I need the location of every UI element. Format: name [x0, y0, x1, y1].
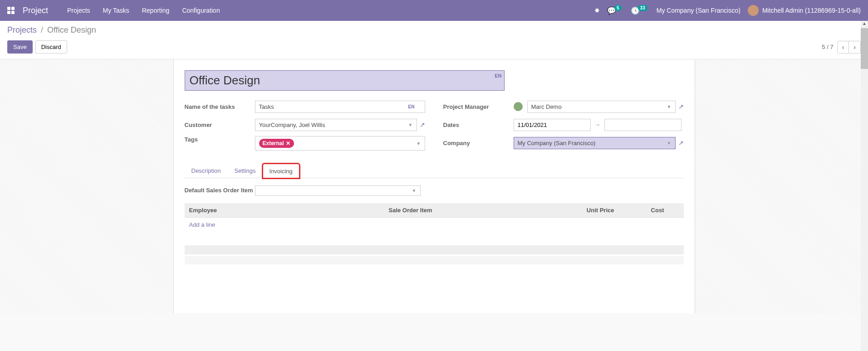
invoicing-table: Employee Sale Order Item Unit Price Cost…: [185, 203, 684, 232]
field-project-manager: Project Manager Marc Demo ▼ ↗: [443, 100, 684, 113]
arrow-icon: →: [594, 121, 601, 128]
field-default-soi: Default Sales Order Item ▼: [185, 185, 684, 196]
name-of-tasks-text: Tasks: [259, 103, 274, 110]
field-dates: Dates →: [443, 118, 684, 132]
breadcrumb-separator: /: [41, 25, 43, 34]
col-cost: Cost: [619, 203, 669, 218]
table-footer-bar2: [185, 256, 684, 264]
debug-icon[interactable]: ✸: [594, 7, 600, 14]
tabs: Description Settings Invoicing: [185, 163, 684, 178]
external-link-icon[interactable]: ↗: [420, 121, 425, 128]
field-name-of-tasks: Name of the tasks Tasks EN: [185, 100, 425, 113]
lang-badge[interactable]: EN: [495, 73, 501, 78]
company-switcher[interactable]: My Company (San Francisco): [657, 7, 740, 14]
dropdown-caret-icon: ▼: [408, 122, 413, 127]
user-name: Mitchell Admin (11286969-15-0-all): [762, 7, 861, 14]
date-end-input[interactable]: [604, 119, 682, 131]
vertical-scrollbar[interactable]: ▲: [861, 21, 868, 313]
date-start-input[interactable]: [514, 119, 591, 131]
dropdown-caret-icon: ▼: [667, 141, 672, 146]
breadcrumb: Projects / Office Design: [7, 25, 861, 35]
scroll-up-icon[interactable]: ▲: [861, 21, 868, 28]
table-header-row: Employee Sale Order Item Unit Price Cost: [185, 203, 684, 218]
default-soi-input[interactable]: ▼: [255, 185, 421, 196]
project-name-input[interactable]: [185, 70, 505, 91]
company-input[interactable]: My Company (San Francisco) ▼: [514, 137, 676, 149]
field-tags: Tags External ✕ ▼: [185, 136, 425, 151]
table-row: Add a line: [185, 218, 684, 232]
control-bar: Projects / Office Design Save Discard 5 …: [0, 21, 868, 59]
label-default-soi: Default Sales Order Item: [185, 186, 255, 195]
form-sheet: EN Name of the tasks Tasks EN Customer: [173, 59, 695, 313]
value-customer: YourCompany, Joel Willis ▼ ↗: [255, 119, 425, 131]
nav-projects[interactable]: Projects: [67, 7, 90, 14]
label-project-manager: Project Manager: [443, 103, 514, 110]
breadcrumb-current: Office Design: [47, 25, 96, 34]
scrollbar-thumb[interactable]: [861, 28, 868, 69]
tab-settings[interactable]: Settings: [228, 163, 263, 178]
title-wrap: EN: [185, 70, 505, 91]
label-name-of-tasks: Name of the tasks: [185, 103, 255, 110]
customer-text: YourCompany, Joel Willis: [259, 122, 325, 128]
apps-icon[interactable]: [7, 7, 15, 14]
value-name-of-tasks: Tasks EN: [255, 101, 425, 113]
pm-avatar-icon: [514, 102, 523, 111]
navbar-right: ✸ 💬 5 🕓 33 My Company (San Francisco) Mi…: [594, 5, 861, 16]
field-customer: Customer YourCompany, Joel Willis ▼ ↗: [185, 118, 425, 132]
nav-reporting[interactable]: Reporting: [142, 7, 170, 14]
save-button[interactable]: Save: [7, 40, 33, 54]
external-link-icon[interactable]: ↗: [678, 139, 684, 146]
nav-mytasks[interactable]: My Tasks: [103, 7, 129, 14]
app-title[interactable]: Project: [23, 6, 48, 15]
tag-label: External: [263, 140, 284, 146]
form-col-left: Name of the tasks Tasks EN Customer Your…: [185, 100, 425, 155]
breadcrumb-parent[interactable]: Projects: [7, 25, 37, 34]
label-company: Company: [443, 140, 514, 146]
tab-description[interactable]: Description: [185, 163, 228, 178]
value-tags: External ✕ ▼: [255, 136, 425, 151]
dropdown-caret-icon: ▼: [417, 141, 421, 146]
label-dates: Dates: [443, 122, 514, 128]
pager-buttons: ‹ ›: [837, 41, 861, 54]
lang-badge-small[interactable]: EN: [408, 104, 415, 109]
external-link-icon[interactable]: ↗: [678, 103, 684, 110]
tag-remove-icon[interactable]: ✕: [286, 140, 290, 146]
navbar-left: Project Projects My Tasks Reporting Conf…: [7, 6, 220, 15]
dropdown-caret-icon: ▼: [667, 104, 672, 109]
pager-info[interactable]: 5 / 7: [822, 44, 833, 50]
col-spacer: [669, 203, 684, 218]
pm-text: Marc Demo: [531, 103, 562, 110]
user-menu[interactable]: Mitchell Admin (11286969-15-0-all): [748, 5, 861, 16]
col-employee: Employee: [185, 203, 384, 218]
field-company: Company My Company (San Francisco) ▼ ↗: [443, 136, 684, 150]
top-navbar: Project Projects My Tasks Reporting Conf…: [0, 0, 868, 21]
label-customer: Customer: [185, 122, 255, 128]
chat-badge: 5: [614, 5, 622, 11]
add-line-link[interactable]: Add a line: [189, 221, 216, 228]
tag-chip: External ✕: [259, 139, 294, 148]
messages-button[interactable]: 💬 5: [607, 6, 623, 15]
company-text: My Company (San Francisco): [518, 140, 596, 146]
col-unit-price: Unit Price: [559, 203, 619, 218]
pager-next-button[interactable]: ›: [849, 41, 860, 53]
activities-button[interactable]: 🕓 33: [631, 6, 649, 15]
table-footer-bar: [185, 245, 684, 254]
dropdown-caret-icon: ▼: [412, 188, 417, 193]
nav-menu: Projects My Tasks Reporting Configuratio…: [67, 7, 220, 14]
customer-input[interactable]: YourCompany, Joel Willis ▼: [255, 119, 417, 131]
activity-badge: 33: [638, 5, 647, 11]
tags-input[interactable]: External ✕ ▼: [255, 136, 425, 151]
pager: 5 / 7 ‹ ›: [822, 41, 861, 54]
discard-button[interactable]: Discard: [35, 40, 67, 54]
pager-prev-button[interactable]: ‹: [838, 41, 849, 53]
form-col-right: Project Manager Marc Demo ▼ ↗ Dates: [443, 100, 684, 155]
tab-invoicing[interactable]: Invoicing: [263, 164, 299, 178]
form-grid: Name of the tasks Tasks EN Customer Your…: [185, 100, 684, 155]
user-avatar-icon: [748, 5, 759, 16]
value-dates: →: [514, 119, 684, 131]
nav-configuration[interactable]: Configuration: [182, 7, 220, 14]
value-project-manager: Marc Demo ▼ ↗: [514, 101, 684, 113]
label-tags: Tags: [185, 136, 255, 143]
name-of-tasks-input[interactable]: Tasks EN: [255, 101, 425, 113]
project-manager-input[interactable]: Marc Demo ▼: [527, 101, 676, 113]
